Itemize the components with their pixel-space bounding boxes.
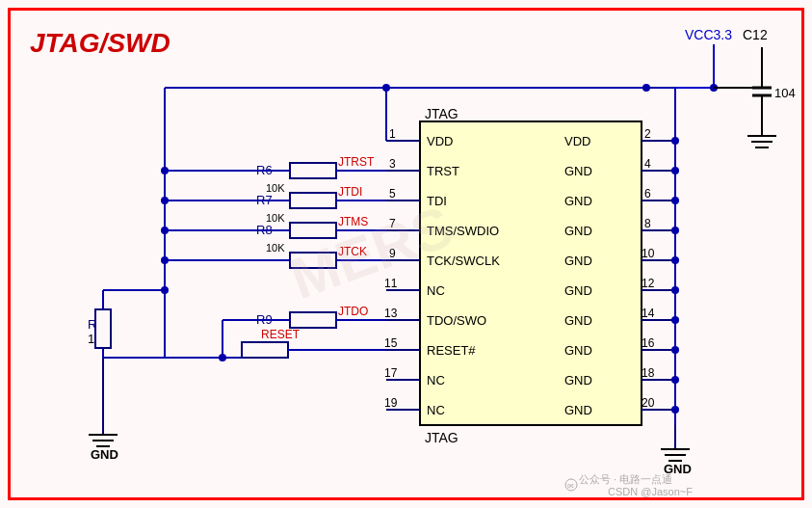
svg-point-80 xyxy=(671,316,679,324)
svg-text:R6: R6 xyxy=(256,163,273,177)
svg-text:JTDO: JTDO xyxy=(338,305,368,318)
svg-text:11: 11 xyxy=(384,277,398,290)
svg-point-76 xyxy=(671,197,679,204)
svg-text:R9: R9 xyxy=(256,312,273,327)
svg-text:3: 3 xyxy=(389,157,396,171)
svg-text:4: 4 xyxy=(644,157,651,171)
svg-text:5: 5 xyxy=(389,187,396,201)
svg-text:VDD: VDD xyxy=(564,134,590,148)
svg-rect-93 xyxy=(290,163,336,178)
svg-text:GND: GND xyxy=(564,403,592,417)
svg-text:JTCK: JTCK xyxy=(338,245,367,258)
svg-text:TMS/SWDIO: TMS/SWDIO xyxy=(427,224,499,238)
svg-text:GND: GND xyxy=(564,313,592,328)
svg-text:GND: GND xyxy=(564,283,592,298)
svg-point-2 xyxy=(710,84,718,92)
svg-text:RESET#: RESET# xyxy=(427,343,476,358)
svg-point-139 xyxy=(161,286,169,294)
svg-text:18: 18 xyxy=(642,366,655,380)
svg-text:7: 7 xyxy=(389,217,396,230)
svg-text:14: 14 xyxy=(642,307,655,320)
svg-text:JTMS: JTMS xyxy=(338,215,368,228)
svg-text:TDO/SWO: TDO/SWO xyxy=(427,313,486,328)
svg-rect-12 xyxy=(420,121,642,425)
svg-rect-99 xyxy=(290,193,336,208)
svg-text:RESET: RESET xyxy=(261,328,301,341)
svg-text:TDI: TDI xyxy=(427,194,447,208)
svg-point-136 xyxy=(219,354,226,361)
svg-point-81 xyxy=(671,346,679,354)
svg-point-77 xyxy=(671,227,679,234)
cap-value: 104 xyxy=(774,86,796,100)
svg-text:GND: GND xyxy=(564,224,592,238)
c12-label: C12 xyxy=(743,27,768,42)
svg-point-98 xyxy=(161,167,169,174)
svg-rect-131 xyxy=(242,342,288,358)
svg-text:10K: 10K xyxy=(88,332,110,346)
svg-text:NC: NC xyxy=(427,283,445,298)
ic-top-label: JTAG xyxy=(425,106,458,121)
svg-text:17: 17 xyxy=(384,366,398,380)
svg-text:GND: GND xyxy=(91,447,118,462)
svg-rect-106 xyxy=(290,223,336,238)
svg-text:10K: 10K xyxy=(266,242,285,254)
svg-text:R8: R8 xyxy=(256,223,273,237)
svg-rect-121 xyxy=(290,312,336,328)
svg-text:VDD: VDD xyxy=(427,134,453,148)
svg-text:CSDN @Jason~F: CSDN @Jason~F xyxy=(608,486,693,497)
svg-point-82 xyxy=(671,376,679,384)
svg-text:GND: GND xyxy=(564,254,592,268)
svg-text:TRST: TRST xyxy=(427,164,459,178)
vcc-label: VCC3.3 xyxy=(685,27,732,42)
svg-point-105 xyxy=(161,197,169,204)
svg-point-79 xyxy=(671,286,679,294)
svg-text:GND: GND xyxy=(564,373,592,388)
svg-text:NC: NC xyxy=(427,373,445,388)
svg-text:19: 19 xyxy=(384,396,398,410)
svg-text:10K: 10K xyxy=(266,182,285,194)
svg-text:TCK/SWCLK: TCK/SWCLK xyxy=(427,254,500,268)
ic-bottom-label: JTAG xyxy=(425,430,458,445)
svg-rect-116 xyxy=(290,253,336,268)
svg-text:9: 9 xyxy=(389,247,396,260)
svg-point-78 xyxy=(671,256,679,264)
svg-rect-128 xyxy=(95,309,111,348)
svg-text:GND: GND xyxy=(664,462,692,476)
svg-text:公众号 · 电路一点通: 公众号 · 电路一点通 xyxy=(579,473,672,485)
svg-text:2: 2 xyxy=(644,127,651,141)
svg-text:15: 15 xyxy=(384,336,398,350)
svg-text:GND: GND xyxy=(564,164,592,178)
svg-text:MERS: MERS xyxy=(282,194,461,311)
page-title: JTAG/SWD xyxy=(30,28,170,59)
svg-text:16: 16 xyxy=(642,336,655,350)
svg-point-149 xyxy=(565,479,577,491)
svg-text:R10: R10 xyxy=(88,317,111,332)
svg-text:JTDI: JTDI xyxy=(338,185,362,199)
svg-text:✉: ✉ xyxy=(567,482,574,491)
svg-text:10K: 10K xyxy=(266,212,285,224)
svg-point-120 xyxy=(382,84,390,92)
svg-point-117 xyxy=(161,256,169,264)
svg-point-75 xyxy=(671,167,679,174)
svg-text:R7: R7 xyxy=(256,193,273,207)
svg-text:NC: NC xyxy=(427,403,445,417)
svg-text:GND: GND xyxy=(564,194,592,208)
svg-text:20: 20 xyxy=(642,396,655,410)
svg-text:JTRST: JTRST xyxy=(338,155,375,169)
svg-text:1: 1 xyxy=(389,127,396,141)
svg-point-83 xyxy=(671,406,679,414)
svg-text:GND: GND xyxy=(564,343,592,358)
svg-point-74 xyxy=(671,137,679,145)
schematic-diagram: VCC3.3 C12 104 JTAG JTAG VDD TRST xyxy=(11,11,812,508)
svg-text:8: 8 xyxy=(644,217,651,230)
svg-point-91 xyxy=(642,84,650,92)
svg-text:12: 12 xyxy=(642,277,655,290)
svg-text:13: 13 xyxy=(384,307,398,320)
svg-text:10: 10 xyxy=(642,247,655,260)
outer-border: JTAG/SWD VCC3.3 C12 104 JTAG JTAG xyxy=(8,8,804,500)
svg-text:6: 6 xyxy=(644,187,651,201)
svg-point-112 xyxy=(161,227,169,234)
